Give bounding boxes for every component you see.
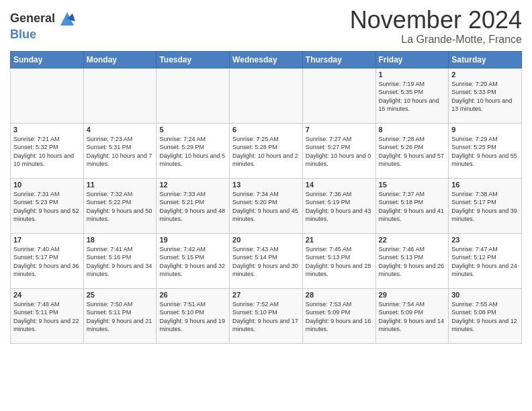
calendar-cell: 14Sunrise: 7:36 AM Sunset: 5:19 PM Dayli…	[302, 178, 375, 233]
day-number: 21	[306, 236, 373, 244]
day-info: Sunrise: 7:52 AM Sunset: 5:10 PM Dayligh…	[232, 300, 300, 334]
day-info: Sunrise: 7:23 AM Sunset: 5:31 PM Dayligh…	[87, 135, 154, 169]
weekday-header-saturday: Saturday	[449, 51, 522, 68]
calendar-cell: 18Sunrise: 7:41 AM Sunset: 5:16 PM Dayli…	[83, 233, 157, 288]
title-block: November 2024 La Grande-Motte, France	[350, 7, 522, 46]
calendar-table: SundayMondayTuesdayWednesdayThursdayFrid…	[10, 51, 522, 344]
calendar-cell: 20Sunrise: 7:43 AM Sunset: 5:14 PM Dayli…	[230, 233, 303, 288]
weekday-header-sunday: Sunday	[11, 51, 84, 68]
calendar-cell: 23Sunrise: 7:47 AM Sunset: 5:12 PM Dayli…	[449, 233, 522, 288]
day-number: 25	[87, 291, 154, 299]
logo-text-blue: Blue	[10, 28, 36, 41]
day-number: 24	[13, 291, 81, 299]
day-info: Sunrise: 7:46 AM Sunset: 5:13 PM Dayligh…	[379, 245, 446, 279]
day-info: Sunrise: 7:21 AM Sunset: 5:32 PM Dayligh…	[13, 135, 81, 169]
day-number: 14	[306, 181, 373, 189]
calendar-cell: 16Sunrise: 7:38 AM Sunset: 5:17 PM Dayli…	[449, 178, 522, 233]
day-info: Sunrise: 7:48 AM Sunset: 5:11 PM Dayligh…	[13, 300, 81, 334]
day-info: Sunrise: 7:55 AM Sunset: 5:08 PM Dayligh…	[451, 300, 519, 334]
day-number: 23	[451, 236, 519, 244]
day-number: 5	[159, 126, 226, 134]
calendar-cell	[83, 68, 157, 123]
day-info: Sunrise: 7:43 AM Sunset: 5:14 PM Dayligh…	[232, 245, 300, 279]
day-number: 19	[159, 236, 226, 244]
week-row-5: 24Sunrise: 7:48 AM Sunset: 5:11 PM Dayli…	[11, 288, 522, 343]
day-info: Sunrise: 7:20 AM Sunset: 5:33 PM Dayligh…	[451, 80, 519, 113]
day-number: 3	[13, 126, 81, 134]
calendar-cell: 24Sunrise: 7:48 AM Sunset: 5:11 PM Dayli…	[11, 288, 84, 343]
calendar-cell: 3Sunrise: 7:21 AM Sunset: 5:32 PM Daylig…	[11, 123, 84, 178]
calendar-cell: 1Sunrise: 7:19 AM Sunset: 5:35 PM Daylig…	[375, 68, 449, 123]
header: General Blue November 2024 La Grande-Mot…	[10, 7, 522, 46]
day-number: 17	[13, 236, 81, 244]
day-info: Sunrise: 7:24 AM Sunset: 5:29 PM Dayligh…	[159, 135, 226, 169]
page: General Blue November 2024 La Grande-Mot…	[0, 0, 532, 351]
day-number: 26	[159, 291, 226, 299]
day-info: Sunrise: 7:41 AM Sunset: 5:16 PM Dayligh…	[87, 245, 154, 279]
day-info: Sunrise: 7:19 AM Sunset: 5:35 PM Dayligh…	[379, 80, 446, 113]
calendar-cell: 27Sunrise: 7:52 AM Sunset: 5:10 PM Dayli…	[230, 288, 303, 343]
day-info: Sunrise: 7:27 AM Sunset: 5:27 PM Dayligh…	[306, 135, 373, 169]
week-row-4: 17Sunrise: 7:40 AM Sunset: 5:17 PM Dayli…	[11, 233, 522, 288]
day-info: Sunrise: 7:40 AM Sunset: 5:17 PM Dayligh…	[13, 245, 81, 279]
calendar-cell: 26Sunrise: 7:51 AM Sunset: 5:10 PM Dayli…	[157, 288, 230, 343]
week-row-2: 3Sunrise: 7:21 AM Sunset: 5:32 PM Daylig…	[11, 123, 522, 178]
calendar-cell: 22Sunrise: 7:46 AM Sunset: 5:13 PM Dayli…	[375, 233, 449, 288]
logo-icon	[58, 9, 77, 28]
calendar-cell: 12Sunrise: 7:33 AM Sunset: 5:21 PM Dayli…	[157, 178, 230, 233]
week-row-3: 10Sunrise: 7:31 AM Sunset: 5:23 PM Dayli…	[11, 178, 522, 233]
calendar-cell	[230, 68, 303, 123]
day-info: Sunrise: 7:51 AM Sunset: 5:10 PM Dayligh…	[159, 300, 226, 334]
day-number: 2	[451, 71, 519, 79]
weekday-header-wednesday: Wednesday	[230, 51, 303, 68]
day-info: Sunrise: 7:50 AM Sunset: 5:11 PM Dayligh…	[87, 300, 154, 334]
day-info: Sunrise: 7:42 AM Sunset: 5:15 PM Dayligh…	[159, 245, 226, 279]
calendar-cell: 5Sunrise: 7:24 AM Sunset: 5:29 PM Daylig…	[157, 123, 230, 178]
day-number: 11	[87, 181, 154, 189]
calendar-cell: 2Sunrise: 7:20 AM Sunset: 5:33 PM Daylig…	[449, 68, 522, 123]
calendar-cell: 6Sunrise: 7:25 AM Sunset: 5:28 PM Daylig…	[230, 123, 303, 178]
calendar-cell: 13Sunrise: 7:34 AM Sunset: 5:20 PM Dayli…	[230, 178, 303, 233]
day-number: 10	[13, 181, 81, 189]
calendar-cell: 28Sunrise: 7:53 AM Sunset: 5:09 PM Dayli…	[302, 288, 375, 343]
day-number: 16	[451, 181, 519, 189]
day-number: 30	[451, 291, 519, 299]
weekday-header-friday: Friday	[375, 51, 449, 68]
day-number: 12	[159, 181, 226, 189]
calendar-cell: 4Sunrise: 7:23 AM Sunset: 5:31 PM Daylig…	[83, 123, 157, 178]
day-info: Sunrise: 7:45 AM Sunset: 5:13 PM Dayligh…	[306, 245, 373, 279]
logo: General Blue	[10, 9, 77, 42]
day-info: Sunrise: 7:37 AM Sunset: 5:18 PM Dayligh…	[379, 190, 446, 224]
day-number: 20	[232, 236, 300, 244]
calendar-cell: 17Sunrise: 7:40 AM Sunset: 5:17 PM Dayli…	[11, 233, 84, 288]
day-info: Sunrise: 7:34 AM Sunset: 5:20 PM Dayligh…	[232, 190, 300, 224]
calendar-cell: 10Sunrise: 7:31 AM Sunset: 5:23 PM Dayli…	[11, 178, 84, 233]
day-info: Sunrise: 7:29 AM Sunset: 5:25 PM Dayligh…	[451, 135, 519, 169]
calendar-cell	[157, 68, 230, 123]
logo-text-general: General	[10, 12, 55, 26]
day-info: Sunrise: 7:36 AM Sunset: 5:19 PM Dayligh…	[306, 190, 373, 224]
day-info: Sunrise: 7:31 AM Sunset: 5:23 PM Dayligh…	[13, 190, 81, 224]
calendar-cell: 19Sunrise: 7:42 AM Sunset: 5:15 PM Dayli…	[157, 233, 230, 288]
day-number: 9	[451, 126, 519, 134]
day-info: Sunrise: 7:25 AM Sunset: 5:28 PM Dayligh…	[232, 135, 300, 169]
day-number: 7	[306, 126, 373, 134]
header-row: SundayMondayTuesdayWednesdayThursdayFrid…	[11, 51, 522, 68]
day-number: 8	[379, 126, 446, 134]
calendar-cell: 15Sunrise: 7:37 AM Sunset: 5:18 PM Dayli…	[375, 178, 449, 233]
day-number: 13	[232, 181, 300, 189]
location: La Grande-Motte, France	[350, 34, 522, 46]
weekday-header-tuesday: Tuesday	[157, 51, 230, 68]
day-info: Sunrise: 7:33 AM Sunset: 5:21 PM Dayligh…	[159, 190, 226, 224]
day-number: 6	[232, 126, 300, 134]
day-number: 4	[87, 126, 154, 134]
calendar-cell: 7Sunrise: 7:27 AM Sunset: 5:27 PM Daylig…	[302, 123, 375, 178]
day-number: 15	[379, 181, 446, 189]
calendar-cell: 8Sunrise: 7:28 AM Sunset: 5:26 PM Daylig…	[375, 123, 449, 178]
calendar-cell	[302, 68, 375, 123]
calendar-cell: 29Sunrise: 7:54 AM Sunset: 5:09 PM Dayli…	[375, 288, 449, 343]
day-info: Sunrise: 7:28 AM Sunset: 5:26 PM Dayligh…	[379, 135, 446, 169]
weekday-header-thursday: Thursday	[302, 51, 375, 68]
calendar-cell: 9Sunrise: 7:29 AM Sunset: 5:25 PM Daylig…	[449, 123, 522, 178]
week-row-1: 1Sunrise: 7:19 AM Sunset: 5:35 PM Daylig…	[11, 68, 522, 123]
